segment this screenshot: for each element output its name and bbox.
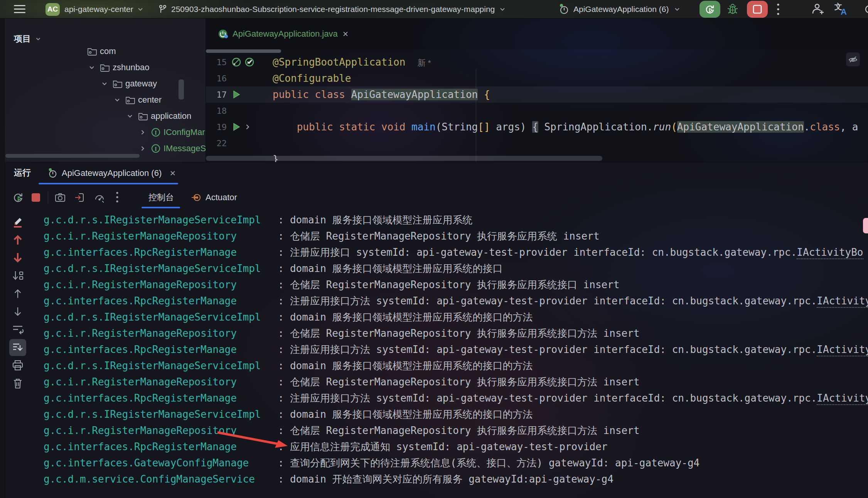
logger-link[interactable]: g.c.d.r.s.IRegisterManageServiceImpl xyxy=(44,263,272,274)
scroll-to-end-icon[interactable] xyxy=(9,339,26,356)
code-line-16[interactable]: 16@Configurable xyxy=(206,70,868,86)
code-line-22[interactable]: 22 xyxy=(206,135,868,151)
chevron-right-icon[interactable] xyxy=(139,145,147,152)
log-message: 仓储层 RegisterManageRepository 执行服务应用系统接口 … xyxy=(290,278,620,292)
separator: : xyxy=(272,344,290,355)
logger-link[interactable]: g.c.i.r.RegisterManageRepository xyxy=(44,376,272,388)
close-icon[interactable] xyxy=(342,30,349,37)
separator: : xyxy=(272,295,290,307)
console-row: g.c.interfaces.RpcRegisterManage : 注册应用接… xyxy=(31,293,868,309)
branch-widget[interactable]: 250903-zhaoshunbao-Subscription-service-… xyxy=(158,0,506,19)
log-message: 查询分配到网关下的待注册系统信息(系统、接口、方法) gatewayId: ap… xyxy=(290,456,699,470)
print-icon[interactable] xyxy=(9,357,26,374)
logger-link[interactable]: g.c.d.r.s.IRegisterManageServiceImpl xyxy=(44,360,272,371)
run-tab[interactable]: ApiGatewayApplication (6) xyxy=(39,164,176,183)
logger-link[interactable]: g.c.d.r.s.IRegisterManageServiceImpl xyxy=(44,409,272,420)
chevron-right-icon[interactable] xyxy=(139,128,147,136)
down-stack-trace-icon[interactable] xyxy=(9,303,26,320)
play-icon[interactable] xyxy=(231,89,241,100)
separator: : xyxy=(272,457,290,469)
logger-link[interactable]: g.c.d.m.service.ConfigManageService xyxy=(44,473,272,485)
hamburger-menu-icon[interactable] xyxy=(14,0,25,19)
logger-link[interactable]: g.c.d.r.s.IRegisterManageServiceImpl xyxy=(44,311,272,323)
logger-link[interactable]: g.c.i.r.RegisterManageRepository xyxy=(44,230,272,242)
console-row: g.c.d.r.s.IRegisterManageServiceImpl : d… xyxy=(31,406,868,422)
logger-link[interactable]: g.c.d.r.s.IRegisterManageServiceImpl xyxy=(44,214,272,226)
console-row: g.c.d.r.s.IRegisterManageServiceImpl : d… xyxy=(31,358,868,374)
thread-dump-icon[interactable] xyxy=(51,189,69,206)
logger-link[interactable]: g.c.interfaces.RpcRegisterManage xyxy=(44,295,272,307)
restore-layout-icon[interactable] xyxy=(71,189,88,206)
folder-icon xyxy=(100,63,110,72)
chevron-down-icon[interactable] xyxy=(101,80,108,88)
chevron-down-icon[interactable] xyxy=(88,64,96,71)
line-number: 18 xyxy=(206,106,227,116)
code-with-me-icon[interactable] xyxy=(811,0,825,19)
run-config-widget[interactable]: ApiGatewayApplication (6) xyxy=(558,0,681,19)
chevron-down-icon xyxy=(499,5,506,13)
code-line-19[interactable]: 19 public static void main(String[] args… xyxy=(206,119,868,135)
code-text: @SpringBootApplication 新 * xyxy=(273,56,431,68)
gauge-icon[interactable] xyxy=(91,189,108,206)
up-stack-trace-icon[interactable] xyxy=(9,285,26,302)
line-number: 19 xyxy=(206,122,227,132)
fold-icon[interactable] xyxy=(243,123,252,131)
clear-all-icon[interactable] xyxy=(9,375,26,392)
console-row: g.c.interfaces.RpcRegisterManage : 注册应用接… xyxy=(31,390,868,406)
search-everywhere-icon[interactable] xyxy=(864,0,868,19)
jump-to-next-icon[interactable] xyxy=(9,249,26,266)
tree-item-center[interactable]: center xyxy=(5,92,206,108)
rerun-button[interactable] xyxy=(699,1,720,18)
tree-item-application[interactable]: application xyxy=(5,108,206,124)
tree-item-gateway[interactable]: gateway xyxy=(5,76,206,92)
stop-icon[interactable] xyxy=(27,189,45,206)
logger-link[interactable]: g.c.interfaces.RpcRegisterManage xyxy=(44,246,272,258)
log-message: 应用信息注册完成通知 systemId: api-gateway-test-pr… xyxy=(290,440,608,454)
editor-horizontal-scrollbar[interactable] xyxy=(206,49,281,53)
logger-link[interactable]: g.c.interfaces.RpcRegisterManage xyxy=(44,344,272,355)
editor-bottom-scrollbar[interactable] xyxy=(206,156,602,161)
tree-item-IConfigMar[interactable]: IIConfigMar xyxy=(5,124,206,140)
log-message: 注册应用接口 systemId: api-gateway-test-provid… xyxy=(290,246,863,259)
more-actions-icon[interactable] xyxy=(777,0,780,19)
more-vertical-icon[interactable] xyxy=(108,189,126,206)
hide-inspections-widget[interactable] xyxy=(846,52,860,66)
logger-link[interactable]: g.c.interfaces.GatewayConfigManage xyxy=(44,457,272,469)
highlighter-icon[interactable] xyxy=(9,213,26,230)
code-line-15[interactable]: 15@SpringBootApplication 新 * xyxy=(206,54,868,70)
rerun-icon[interactable] xyxy=(9,189,27,206)
logger-link[interactable]: g.c.i.r.RegisterManageRepository xyxy=(44,327,272,339)
play-icon[interactable] xyxy=(231,122,241,132)
code-line-18[interactable]: 18 xyxy=(206,103,868,119)
horizontal-scrollbar[interactable] xyxy=(5,154,140,158)
error-stripe-badge[interactable] xyxy=(863,218,868,233)
chevron-down-icon[interactable] xyxy=(126,112,134,120)
tree-item-zshunbao[interactable]: zshunbao xyxy=(5,59,206,76)
step-into-stack-icon[interactable] xyxy=(9,267,26,284)
separator: : xyxy=(272,263,290,274)
tree-item-label: IConfigMar xyxy=(163,127,205,137)
bean-icon[interactable] xyxy=(231,57,242,68)
jump-to-previous-icon[interactable] xyxy=(9,231,26,248)
soft-wrap-icon[interactable] xyxy=(9,321,26,338)
stop-button[interactable] xyxy=(747,1,768,18)
translate-icon[interactable]: 文 A xyxy=(834,0,850,19)
logger-link[interactable]: g.c.i.r.RegisterManageRepository xyxy=(44,279,272,290)
code-line-17[interactable]: 17public class ApiGatewayApplication { xyxy=(206,86,868,103)
tab-console[interactable]: 控制台 xyxy=(140,189,182,206)
tab-actuator[interactable]: Actuator xyxy=(182,189,246,206)
chevron-down-icon[interactable] xyxy=(113,96,121,104)
tree-item-com[interactable]: com xyxy=(5,43,206,59)
line-number: 22 xyxy=(206,138,227,148)
vertical-scrollbar[interactable] xyxy=(179,79,184,100)
log-message: domain 开始查询网关对应的所有服务 gatewayId:api-gatew… xyxy=(290,473,613,486)
console-row: g.c.interfaces.RpcRegisterManage : 应用信息注… xyxy=(31,439,868,455)
close-icon[interactable] xyxy=(169,170,176,177)
separator: : xyxy=(272,279,290,290)
editor-tab[interactable]: ApiGatewayApplication.java xyxy=(211,19,356,49)
bean-check-icon[interactable] xyxy=(244,57,255,68)
debug-button[interactable] xyxy=(726,0,739,19)
project-widget[interactable]: AC api-gateway-center xyxy=(46,0,144,19)
logger-link[interactable]: g.c.interfaces.RpcRegisterManage xyxy=(44,392,272,404)
separator: : xyxy=(272,392,290,404)
